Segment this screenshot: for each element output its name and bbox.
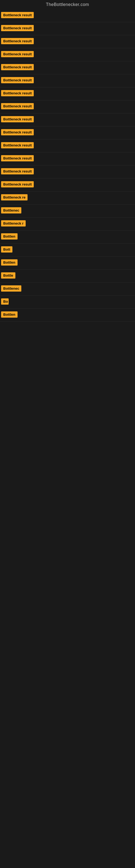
bottleneck-badge[interactable]: Bo <box>1 299 9 305</box>
bottleneck-badge[interactable]: Bottleneck r <box>1 220 26 226</box>
bottleneck-badge[interactable]: Bottlen <box>1 311 17 318</box>
result-row: Bottleneck result <box>0 152 135 165</box>
result-row: Bottleneck result <box>0 48 135 61</box>
results-container: Bottleneck resultBottleneck resultBottle… <box>0 9 135 322</box>
bottleneck-badge[interactable]: Bottlen <box>1 233 17 240</box>
result-row: Bottleneck re <box>0 191 135 205</box>
result-row: Bottleneck result <box>0 179 135 191</box>
result-row: Bottlen <box>0 309 135 322</box>
bottleneck-badge[interactable]: Bottleneck result <box>1 25 34 31</box>
result-row: Bo <box>0 296 135 309</box>
bottleneck-badge[interactable]: Bottleneck result <box>1 116 34 122</box>
bottleneck-badge[interactable]: Bottleneck result <box>1 142 34 148</box>
result-row: Bottleneck result <box>0 165 135 179</box>
result-row: Bottleneck r <box>0 218 135 230</box>
result-row: Bottlenec <box>0 283 135 296</box>
bottleneck-badge[interactable]: Bottleneck result <box>1 12 34 18</box>
bottleneck-badge[interactable]: Bottle <box>1 272 15 279</box>
bottleneck-badge[interactable]: Bott <box>1 246 12 252</box>
result-row: Bottleneck result <box>0 87 135 100</box>
bottleneck-badge[interactable]: Bottleneck result <box>1 38 34 44</box>
result-row: Bottleneck result <box>0 35 135 48</box>
result-row: Bottlen <box>0 230 135 244</box>
result-row: Bottlen <box>0 257 135 270</box>
bottleneck-badge[interactable]: Bottleneck result <box>1 90 34 96</box>
result-row: Bottleneck result <box>0 100 135 113</box>
result-row: Bottleneck result <box>0 61 135 74</box>
result-row: Bott <box>0 244 135 257</box>
bottleneck-badge[interactable]: Bottlenec <box>1 207 21 214</box>
bottleneck-badge[interactable]: Bottleneck result <box>1 181 34 187</box>
bottleneck-badge[interactable]: Bottleneck result <box>1 51 34 57</box>
bottleneck-badge[interactable]: Bottleneck result <box>1 77 34 83</box>
result-row: Bottleneck result <box>0 22 135 35</box>
result-row: Bottle <box>0 270 135 283</box>
bottleneck-badge[interactable]: Bottleneck result <box>1 168 34 175</box>
bottleneck-badge[interactable]: Bottleneck re <box>1 194 28 200</box>
site-header: TheBottlenecker.com <box>0 0 135 9</box>
result-row: Bottleneck result <box>0 113 135 126</box>
bottleneck-badge[interactable]: Bottleneck result <box>1 129 34 135</box>
bottleneck-badge[interactable]: Bottlenec <box>1 285 21 291</box>
bottleneck-badge[interactable]: Bottleneck result <box>1 155 34 161</box>
result-row: Bottleneck result <box>0 126 135 140</box>
bottleneck-badge[interactable]: Bottleneck result <box>1 64 34 70</box>
site-title: TheBottlenecker.com <box>0 0 135 9</box>
bottleneck-badge[interactable]: Bottlen <box>1 259 17 266</box>
result-row: Bottleneck result <box>0 140 135 152</box>
result-row: Bottleneck result <box>0 74 135 87</box>
result-row: Bottlenec <box>0 205 135 218</box>
bottleneck-badge[interactable]: Bottleneck result <box>1 103 34 109</box>
result-row: Bottleneck result <box>0 9 135 22</box>
